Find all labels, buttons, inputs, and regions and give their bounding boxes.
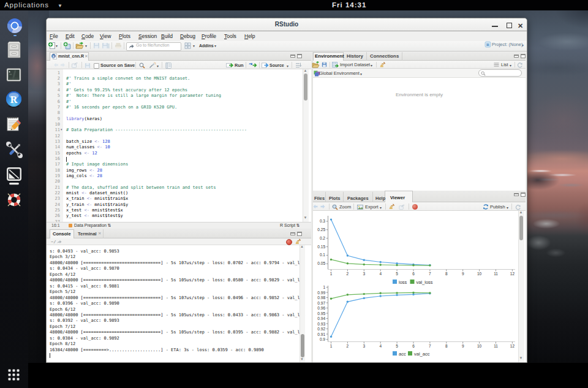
svg-text:acc: acc (399, 351, 406, 357)
svg-text:0.94: 0.94 (317, 316, 325, 321)
svg-text:0.98: 0.98 (317, 295, 325, 300)
svg-text:0.96: 0.96 (317, 306, 325, 310)
svg-text:0.15: 0.15 (317, 245, 325, 249)
svg-text:1: 1 (323, 285, 325, 289)
svg-text:3: 3 (363, 272, 365, 276)
svg-text:11: 11 (494, 344, 498, 348)
svg-text:0.97: 0.97 (317, 301, 325, 305)
svg-text:5: 5 (396, 272, 398, 276)
svg-text:0.99: 0.99 (317, 291, 325, 295)
svg-text:0.05: 0.05 (317, 261, 325, 265)
svg-text:12: 12 (510, 272, 515, 276)
svg-text:9: 9 (462, 272, 464, 276)
svg-text:0.25: 0.25 (317, 227, 325, 232)
svg-text:0.3: 0.3 (320, 219, 325, 223)
svg-text:loss: loss (399, 280, 407, 285)
svg-text:8: 8 (445, 272, 448, 276)
svg-text:7: 7 (429, 272, 431, 276)
svg-text:6: 6 (412, 272, 415, 276)
svg-text:8: 8 (445, 344, 448, 348)
svg-text:1: 1 (330, 344, 333, 348)
svg-text:0.9: 0.9 (320, 337, 325, 341)
svg-text:0.91: 0.91 (317, 332, 325, 337)
svg-text:6: 6 (412, 344, 415, 348)
svg-text:R: R (10, 94, 18, 105)
svg-text:0.1: 0.1 (320, 253, 325, 257)
svg-text:9: 9 (462, 344, 464, 348)
svg-text:0.92: 0.92 (317, 327, 325, 331)
svg-text:val_acc: val_acc (414, 351, 430, 357)
svg-text:5: 5 (396, 344, 398, 348)
svg-text:1: 1 (330, 272, 333, 276)
svg-text:4: 4 (379, 344, 382, 348)
svg-text:0.2: 0.2 (320, 236, 325, 240)
svg-text:10: 10 (477, 344, 482, 348)
svg-text:12: 12 (510, 344, 515, 348)
svg-text:0.95: 0.95 (317, 311, 325, 316)
svg-text:val_loss: val_loss (417, 280, 433, 285)
svg-text:4: 4 (379, 272, 382, 276)
svg-text:3: 3 (363, 344, 365, 348)
svg-text:11: 11 (494, 272, 498, 276)
svg-text:0.93: 0.93 (317, 322, 325, 326)
svg-text:2: 2 (347, 272, 349, 276)
svg-text:2: 2 (347, 344, 349, 348)
svg-text:7: 7 (429, 344, 431, 348)
svg-text:10: 10 (477, 272, 482, 276)
